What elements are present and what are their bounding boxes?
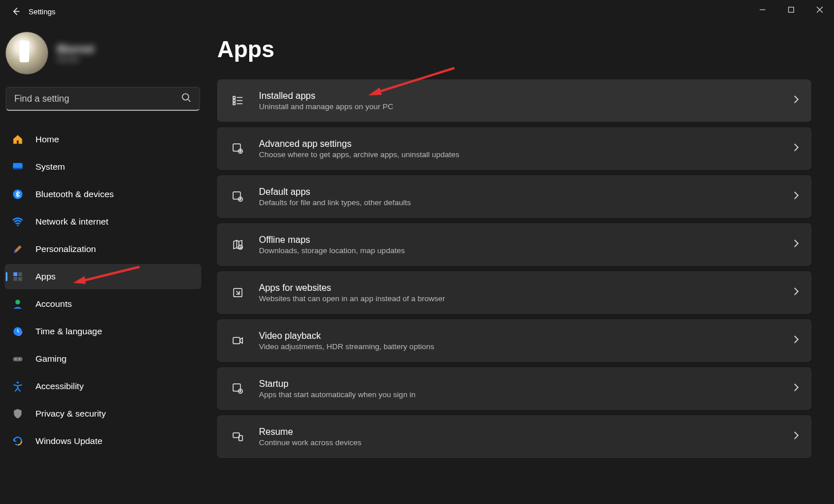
profile-block[interactable]: Blurred blurred [5, 29, 201, 87]
apps-icon [11, 270, 24, 283]
search-icon [181, 93, 191, 105]
card-apps-for-websites[interactable]: Apps for websites Websites that can open… [217, 271, 811, 314]
personalization-icon [11, 243, 24, 255]
chevron-right-icon [793, 335, 799, 346]
resume-icon [230, 430, 245, 443]
sidebar-item-label: Home [35, 134, 59, 145]
card-subtitle: Defaults for file and link types, other … [259, 198, 411, 207]
video-playback-icon [230, 334, 245, 347]
sidebar-item-apps[interactable]: Apps [5, 264, 201, 289]
nav: Home System Bluetooth & devices Network … [5, 127, 201, 454]
chevron-right-icon [793, 383, 799, 394]
svg-rect-12 [14, 277, 18, 281]
avatar [6, 32, 48, 74]
sidebar-item-update[interactable]: Windows Update [5, 429, 201, 454]
minimize-button[interactable] [748, 0, 777, 19]
gaming-icon [11, 353, 24, 365]
chevron-right-icon [793, 95, 799, 106]
card-subtitle: Uninstall and manage apps on your PC [259, 102, 393, 111]
card-default-apps[interactable]: Default apps Defaults for file and link … [217, 175, 811, 218]
startup-icon [230, 382, 245, 395]
card-subtitle: Video adjustments, HDR streaming, batter… [259, 342, 434, 351]
chevron-right-icon [793, 239, 799, 250]
sidebar-item-personalization[interactable]: Personalization [5, 237, 201, 262]
card-installed-apps[interactable]: Installed apps Uninstall and manage apps… [217, 79, 811, 122]
sidebar-item-network[interactable]: Network & internet [5, 209, 201, 234]
svg-rect-1 [789, 7, 794, 13]
card-video-playback[interactable]: Video playback Video adjustments, HDR st… [217, 319, 811, 362]
default-apps-icon [230, 190, 245, 203]
page-title: Apps [217, 37, 811, 62]
accessibility-icon [11, 380, 24, 393]
sidebar-item-home[interactable]: Home [5, 127, 201, 152]
sidebar-item-bluetooth[interactable]: Bluetooth & devices [5, 182, 201, 207]
profile-email: blurred [57, 55, 94, 63]
sidebar-item-label: Network & internet [35, 217, 109, 227]
card-title: Advanced app settings [259, 139, 459, 149]
bluetooth-icon [11, 188, 24, 201]
chevron-right-icon [793, 431, 799, 442]
installed-apps-icon [230, 94, 245, 107]
sidebar-item-accounts[interactable]: Accounts [5, 291, 201, 317]
sidebar-item-label: Privacy & security [35, 409, 106, 419]
sidebar-item-label: Personalization [35, 244, 96, 254]
svg-point-19 [19, 358, 20, 359]
sidebar-item-accessibility[interactable]: Accessibility [5, 374, 201, 399]
svg-point-4 [182, 94, 189, 100]
home-icon [11, 133, 24, 146]
svg-rect-29 [233, 192, 241, 199]
card-title: Default apps [259, 187, 411, 197]
svg-line-5 [188, 99, 190, 102]
apps-for-websites-icon [230, 286, 245, 299]
back-button[interactable] [5, 0, 27, 23]
sidebar-item-label: Accounts [35, 299, 72, 309]
update-icon [11, 435, 24, 447]
sidebar-item-time[interactable]: Time & language [5, 319, 201, 344]
card-offline-maps[interactable]: Offline maps Downloads, storage location… [217, 223, 811, 266]
time-icon [11, 325, 24, 338]
search-box[interactable] [6, 87, 200, 111]
svg-rect-13 [18, 277, 22, 281]
advanced-settings-icon [230, 142, 245, 155]
svg-rect-27 [233, 144, 241, 151]
svg-rect-21 [233, 97, 236, 99]
card-title: Apps for websites [259, 283, 445, 293]
card-resume[interactable]: Resume Continue work across devices [217, 415, 811, 458]
card-subtitle: Choose where to get apps, archive apps, … [259, 150, 459, 159]
offline-maps-icon [230, 238, 245, 251]
card-subtitle: Apps that start automatically when you s… [259, 390, 416, 399]
sidebar-item-gaming[interactable]: Gaming [5, 346, 201, 371]
svg-point-18 [15, 358, 17, 359]
svg-rect-34 [233, 384, 241, 391]
sidebar-item-privacy[interactable]: Privacy & security [5, 401, 201, 426]
sidebar-item-label: Apps [35, 271, 55, 282]
profile-name: Blurred [57, 43, 94, 55]
window-controls [748, 0, 834, 19]
profile-text: Blurred blurred [57, 43, 94, 63]
titlebar: Settings [0, 0, 834, 23]
svg-rect-23 [233, 103, 236, 105]
sidebar-item-label: Time & language [35, 326, 102, 337]
card-title: Resume [259, 427, 361, 437]
card-subtitle: Continue work across devices [259, 438, 361, 447]
card-title: Startup [259, 379, 416, 389]
card-advanced-app-settings[interactable]: Advanced app settings Choose where to ge… [217, 127, 811, 170]
sidebar-item-system[interactable]: System [5, 154, 201, 179]
privacy-icon [11, 407, 24, 420]
search-input[interactable] [14, 94, 181, 104]
app-title: Settings [29, 7, 55, 16]
chevron-right-icon [793, 143, 799, 154]
sidebar-item-label: System [35, 162, 65, 172]
chevron-right-icon [793, 191, 799, 202]
close-button[interactable] [805, 0, 834, 19]
sidebar-item-label: Gaming [35, 354, 66, 364]
sidebar: Blurred blurred Home System Bluetooth & … [0, 23, 206, 504]
sidebar-item-label: Bluetooth & devices [35, 189, 114, 199]
svg-rect-22 [233, 99, 236, 102]
sidebar-item-label: Windows Update [35, 436, 102, 446]
svg-point-9 [17, 225, 19, 226]
maximize-button[interactable] [777, 0, 805, 19]
accounts-icon [11, 298, 24, 310]
card-startup[interactable]: Startup Apps that start automatically wh… [217, 367, 811, 410]
sidebar-item-label: Accessibility [35, 381, 83, 391]
